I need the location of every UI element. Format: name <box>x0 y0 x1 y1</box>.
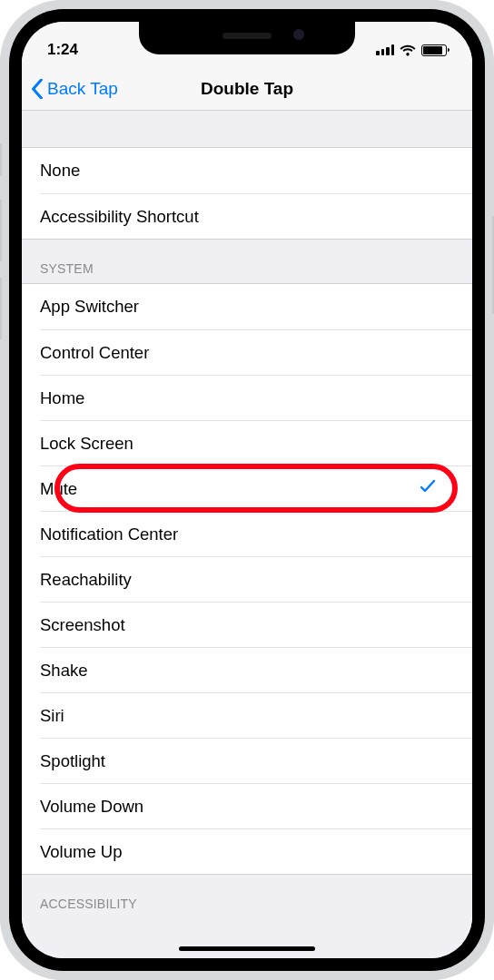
option-label: Control Center <box>40 343 436 363</box>
option-home[interactable]: Home <box>40 375 472 420</box>
list-top: None Accessibility Shortcut <box>22 147 472 240</box>
option-screenshot[interactable]: Screenshot <box>40 602 472 647</box>
cellular-signal-icon <box>376 44 394 55</box>
status-time: 1:24 <box>47 41 78 59</box>
section-spacer <box>22 111 472 147</box>
notch <box>139 22 355 54</box>
wifi-icon <box>400 44 416 56</box>
option-label: Home <box>40 388 436 408</box>
option-label: Spotlight <box>40 751 436 771</box>
status-icons <box>376 44 447 56</box>
option-mute[interactable]: Mute <box>40 466 472 511</box>
option-label: Siri <box>40 706 436 726</box>
battery-icon <box>421 44 447 56</box>
volume-down-button <box>0 278 2 339</box>
silence-switch <box>0 143 2 176</box>
option-app-switcher[interactable]: App Switcher <box>22 284 472 329</box>
navigation-bar: Back Tap Double Tap <box>22 67 472 111</box>
option-label: Volume Up <box>40 842 436 862</box>
option-control-center[interactable]: Control Center <box>40 329 472 375</box>
list-system: App Switcher Control Center Home Lock Sc… <box>22 283 472 875</box>
option-spotlight[interactable]: Spotlight <box>40 738 472 783</box>
device-bezel: 1:24 <box>9 9 485 971</box>
chevron-left-icon <box>31 79 44 99</box>
back-label: Back Tap <box>47 79 118 99</box>
option-label: Screenshot <box>40 615 436 635</box>
option-label: Mute <box>40 479 420 499</box>
option-label: Volume Down <box>40 797 436 817</box>
option-accessibility-shortcut[interactable]: Accessibility Shortcut <box>40 193 472 239</box>
volume-up-button <box>0 200 2 261</box>
back-button[interactable]: Back Tap <box>31 79 118 99</box>
content[interactable]: None Accessibility Shortcut SYSTEM App S… <box>22 111 472 958</box>
checkmark-icon <box>420 478 436 499</box>
section-header-system: SYSTEM <box>22 240 472 283</box>
option-notification-center[interactable]: Notification Center <box>40 511 472 556</box>
option-shake[interactable]: Shake <box>40 647 472 692</box>
page-title: Double Tap <box>201 79 293 99</box>
option-label: Shake <box>40 661 436 681</box>
option-label: Reachability <box>40 570 436 590</box>
device-frame: 1:24 <box>0 0 494 980</box>
home-indicator[interactable] <box>179 946 315 951</box>
option-label: Notification Center <box>40 524 436 544</box>
option-label: App Switcher <box>40 297 454 317</box>
option-volume-down[interactable]: Volume Down <box>40 783 472 828</box>
option-siri[interactable]: Siri <box>40 692 472 738</box>
option-label: None <box>40 161 454 181</box>
option-lock-screen[interactable]: Lock Screen <box>40 420 472 466</box>
option-label: Lock Screen <box>40 434 436 454</box>
option-volume-up[interactable]: Volume Up <box>40 828 472 874</box>
option-reachability[interactable]: Reachability <box>40 556 472 602</box>
section-header-accessibility: ACCESSIBILITY <box>22 875 472 918</box>
option-label: Accessibility Shortcut <box>40 207 436 227</box>
option-none[interactable]: None <box>22 148 472 193</box>
screen: 1:24 <box>22 22 472 958</box>
